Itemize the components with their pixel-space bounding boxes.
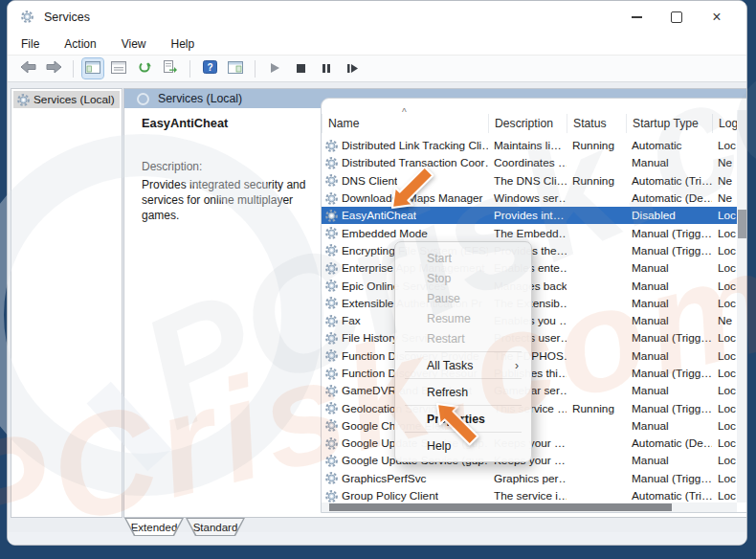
services-list: ^ NameDescriptionStatusStartup TypeLog O… bbox=[321, 98, 747, 513]
forward-button[interactable] bbox=[43, 58, 64, 78]
service-startup-type-cell: Manual bbox=[626, 419, 712, 433]
table-row[interactable]: GameDVR and BroadcastGamebar ser…ManualL… bbox=[322, 382, 747, 399]
table-row[interactable]: File History ServiceProtects user…Manual… bbox=[322, 329, 747, 347]
service-description-cell: Provides int… bbox=[488, 209, 567, 222]
menu-action[interactable]: Action bbox=[64, 37, 96, 51]
gear-icon bbox=[325, 244, 338, 257]
close-icon: × bbox=[712, 10, 721, 25]
show-console-tree-button[interactable] bbox=[82, 58, 103, 78]
service-status-cell: Running bbox=[567, 402, 626, 415]
export-list-button[interactable] bbox=[160, 58, 181, 78]
maximize-button[interactable] bbox=[656, 1, 697, 34]
menu-view[interactable]: View bbox=[122, 37, 146, 51]
gear-icon bbox=[325, 402, 338, 414]
service-startup-type-cell: Manual bbox=[626, 297, 712, 310]
context-menu-item-all-tasks[interactable]: All Tasks› bbox=[395, 355, 531, 375]
service-startup-type-cell: Manual bbox=[626, 314, 712, 327]
show-action-pane-button[interactable] bbox=[225, 58, 246, 78]
stop-icon bbox=[296, 60, 306, 78]
table-row[interactable]: Function Discovery ResourPublishes thi…M… bbox=[322, 365, 747, 382]
submenu-arrow-icon: › bbox=[515, 359, 519, 372]
tree-item-label: Services (Local) bbox=[33, 93, 115, 106]
tab-extended[interactable]: Extended bbox=[124, 518, 184, 536]
gear-icon bbox=[325, 174, 338, 187]
help-icon: ? bbox=[203, 60, 217, 78]
close-button[interactable]: × bbox=[697, 1, 737, 34]
table-row[interactable]: Encrypting File System (EFS)Provides the… bbox=[322, 242, 747, 259]
title-bar: Services × bbox=[8, 1, 746, 34]
table-row[interactable]: GraphicsPerfSvcGraphics per…Manual (Trig… bbox=[322, 470, 747, 487]
extended-description-pane: EasyAntiCheat Description: Provides inte… bbox=[142, 116, 318, 223]
toolbar-separator bbox=[189, 60, 190, 78]
pause-service-button[interactable] bbox=[316, 58, 337, 78]
service-startup-type-cell: Manual bbox=[626, 384, 712, 397]
action-pane-icon bbox=[228, 60, 243, 78]
service-startup-type-cell: Automatic (Tri… bbox=[626, 489, 712, 503]
gear-icon bbox=[325, 262, 338, 275]
gear-icon bbox=[325, 315, 338, 327]
table-row[interactable]: Distributed Link Tracking Cli…Maintains … bbox=[322, 137, 747, 154]
services-window: Services × FileActionViewHelp ? Services… bbox=[7, 0, 747, 546]
service-name-cell: Embedded Mode bbox=[322, 227, 488, 240]
horizontal-scrollbar-thumb[interactable] bbox=[329, 503, 672, 511]
help-toolbar-button[interactable]: ? bbox=[199, 58, 220, 78]
tab-label: Extended bbox=[126, 519, 182, 535]
restart-service-button[interactable] bbox=[342, 58, 363, 78]
minimize-button[interactable] bbox=[616, 1, 656, 34]
properties-toolbar-button[interactable] bbox=[108, 58, 129, 78]
sidebar-item-services-local[interactable]: Services (Local) bbox=[13, 91, 120, 108]
table-row[interactable]: Epic Online ServicesManages backgr…Manua… bbox=[322, 277, 747, 294]
table-row[interactable]: FaxEnables you …ManualNe bbox=[322, 312, 747, 329]
minimize-icon bbox=[632, 16, 642, 17]
gear-icon bbox=[325, 385, 338, 397]
properties-icon bbox=[111, 60, 126, 78]
table-row[interactable]: Extensible Authentication PrThe Extensib… bbox=[322, 295, 747, 312]
service-description-cell: The Embedd… bbox=[488, 227, 567, 240]
column-header-status[interactable]: Status bbox=[567, 114, 626, 133]
stop-service-button[interactable] bbox=[290, 58, 311, 78]
service-name-cell: Group Policy Client bbox=[322, 489, 488, 503]
play-icon bbox=[269, 60, 280, 78]
service-description-text: Provides integrated security and service… bbox=[142, 177, 329, 223]
window-title: Services bbox=[44, 11, 90, 24]
service-startup-type-cell: Automatic bbox=[626, 139, 712, 152]
back-button[interactable] bbox=[17, 58, 38, 78]
table-row[interactable]: Google Update Service (gup…Keeps your …M… bbox=[322, 452, 747, 469]
sort-ascending-icon: ^ bbox=[402, 107, 407, 118]
horizontal-scrollbar[interactable] bbox=[322, 503, 737, 512]
menu-help[interactable]: Help bbox=[171, 37, 195, 51]
vertical-scrollbar-thumb[interactable] bbox=[738, 210, 746, 238]
arrow-left-icon bbox=[20, 60, 36, 78]
column-header-startup-type[interactable]: Startup Type bbox=[626, 114, 712, 133]
service-startup-type-cell: Manual (Trigg… bbox=[626, 244, 712, 257]
column-header-description[interactable]: Description bbox=[488, 114, 567, 133]
view-tabs: ExtendedStandard bbox=[124, 518, 245, 536]
gear-icon bbox=[325, 368, 338, 380]
service-name: Embedded Mode bbox=[342, 227, 428, 240]
service-name-cell: Distributed Link Tracking Cli… bbox=[322, 139, 488, 152]
table-row[interactable]: Google Update Service (gup…Keeps your …A… bbox=[322, 435, 747, 452]
table-row[interactable]: Function Discovery ProvideThe FDPHOS…Man… bbox=[322, 347, 747, 365]
menu-file[interactable]: File bbox=[21, 37, 39, 51]
context-menu-item-restart: Restart bbox=[395, 328, 531, 348]
vertical-scrollbar[interactable] bbox=[737, 110, 747, 503]
gear-icon bbox=[325, 227, 338, 239]
tab-standard[interactable]: Standard bbox=[186, 518, 245, 536]
workspace: Services (Local) Services (Local) EasyAn… bbox=[8, 82, 746, 546]
service-startup-type-cell: Manual bbox=[626, 454, 712, 467]
gear-icon bbox=[325, 490, 338, 503]
start-service-button[interactable] bbox=[264, 58, 285, 78]
service-status-cell: Running bbox=[567, 139, 626, 152]
service-startup-type-cell: Manual (Trigg… bbox=[626, 367, 712, 380]
service-startup-type-cell: Manual bbox=[626, 349, 712, 363]
refresh-toolbar-button[interactable] bbox=[134, 58, 155, 78]
gear-icon bbox=[17, 94, 30, 106]
table-row[interactable]: Google Chrome ElevationManualLoc bbox=[322, 417, 747, 435]
service-startup-type-cell: Manual (Trigg… bbox=[626, 227, 712, 240]
table-row[interactable]: Enterprise App ManagementEnables ente…Ma… bbox=[322, 259, 747, 277]
context-menu-item-stop: Stop bbox=[395, 268, 531, 288]
window-controls: × bbox=[616, 1, 737, 34]
table-row[interactable]: Embedded ModeThe Embedd…Manual (Trigg…Lo… bbox=[322, 224, 747, 241]
export-list-icon bbox=[163, 60, 178, 78]
table-row[interactable]: Geolocation ServiceThis service …Running… bbox=[322, 399, 747, 416]
